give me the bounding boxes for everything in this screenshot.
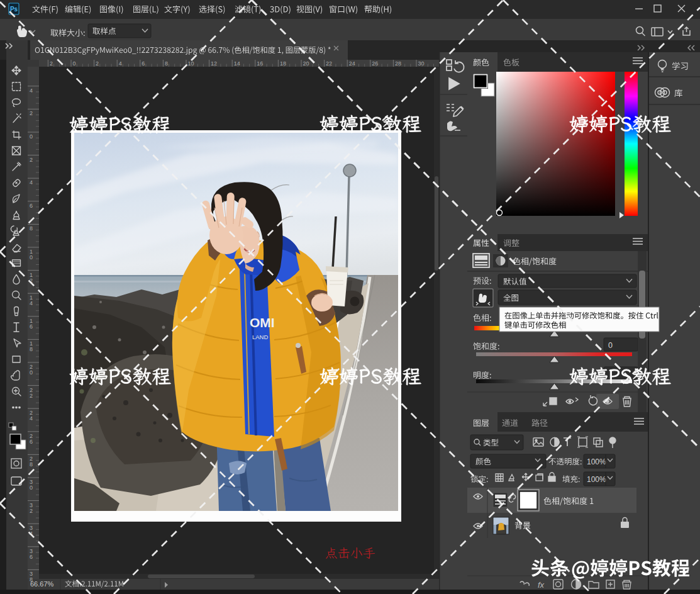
- svg-text:20: 20: [303, 60, 309, 67]
- svg-text:6: 6: [30, 554, 33, 560]
- svg-text:0: 0: [30, 369, 33, 376]
- svg-text:0: 0: [73, 60, 76, 67]
- svg-text:OMI: OMI: [250, 315, 275, 330]
- svg-text:0: 0: [30, 254, 33, 261]
- svg-text:10: 10: [188, 60, 194, 67]
- svg-text:Ps: Ps: [10, 6, 18, 13]
- svg-text:6: 6: [30, 203, 33, 209]
- svg-text:2: 2: [30, 110, 33, 116]
- svg-text:18: 18: [280, 60, 286, 67]
- svg-text:6: 6: [30, 439, 33, 445]
- svg-text:14: 14: [234, 60, 240, 67]
- svg-text:LAND: LAND: [252, 333, 268, 340]
- svg-text:100%: 100%: [587, 457, 606, 466]
- svg-text:6: 6: [142, 60, 145, 67]
- svg-text:16: 16: [257, 60, 263, 67]
- svg-text:8: 8: [165, 60, 168, 67]
- svg-text:100%: 100%: [587, 475, 606, 484]
- svg-text:8: 8: [30, 461, 33, 468]
- svg-text:8: 8: [30, 225, 33, 232]
- svg-text:2: 2: [50, 60, 53, 67]
- svg-text:26: 26: [372, 60, 378, 67]
- svg-text:4: 4: [30, 300, 33, 306]
- svg-text:0: 0: [608, 341, 613, 350]
- svg-text:0: 0: [30, 133, 33, 140]
- svg-text:28: 28: [395, 60, 401, 67]
- svg-text:4: 4: [30, 179, 33, 186]
- svg-text:2: 2: [30, 393, 33, 399]
- svg-text:2: 2: [96, 60, 99, 67]
- svg-text:2: 2: [30, 508, 33, 514]
- svg-text:fx: fx: [538, 580, 545, 590]
- svg-text:6: 6: [30, 323, 33, 330]
- svg-text:4: 4: [30, 87, 33, 94]
- svg-text:66.67%: 66.67%: [30, 580, 54, 588]
- svg-text:4: 4: [30, 415, 33, 422]
- svg-text:4: 4: [119, 60, 122, 67]
- svg-text:12: 12: [211, 60, 217, 67]
- svg-text:22: 22: [326, 60, 332, 67]
- svg-text:24: 24: [349, 60, 355, 67]
- svg-text:2: 2: [30, 157, 33, 163]
- svg-text:30: 30: [418, 60, 425, 67]
- svg-text:8: 8: [30, 346, 33, 352]
- svg-text:0: 0: [30, 485, 33, 491]
